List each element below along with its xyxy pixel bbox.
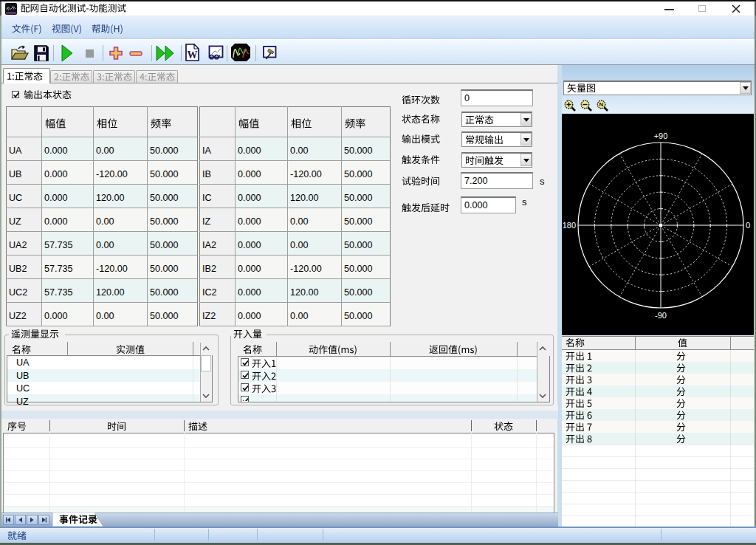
svg-text:N: N — [599, 101, 604, 108]
svg-text:W: W — [188, 49, 198, 61]
svg-text:0: 0 — [746, 221, 750, 230]
svg-text:+90: +90 — [654, 131, 668, 140]
svg-text:180: 180 — [563, 221, 576, 230]
svg-text:-90: -90 — [655, 311, 667, 320]
